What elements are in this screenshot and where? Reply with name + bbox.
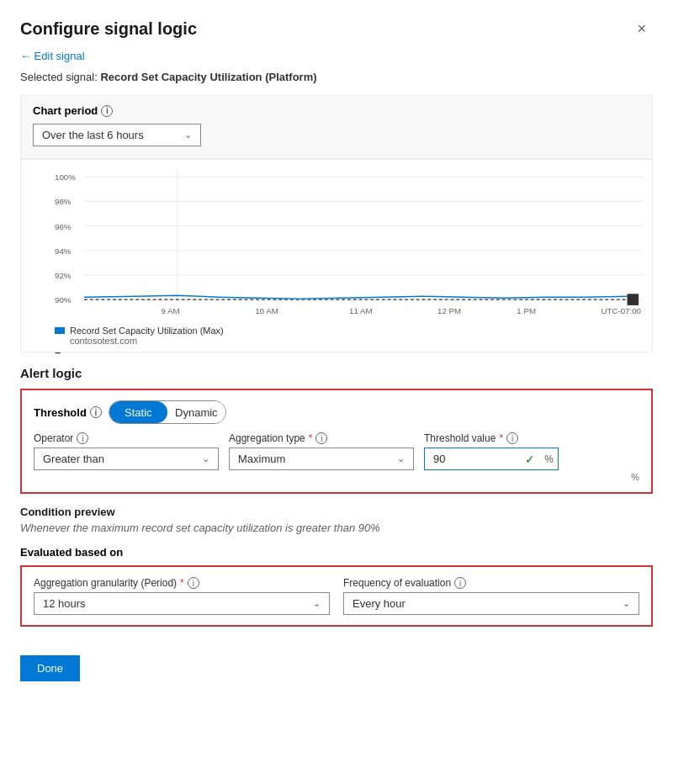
evaluated-title: Evaluated based on [20, 546, 653, 559]
frequency-info-icon[interactable]: i [454, 577, 466, 589]
selected-signal-value: Record Set Capacity Utilization (Platfor… [100, 71, 316, 83]
aggregation-info-icon[interactable]: i [315, 432, 327, 444]
legend-color-bar [55, 327, 65, 334]
svg-text:92%: 92% [55, 271, 72, 280]
aggregation-granularity-value: 12 hours [43, 597, 86, 610]
svg-text:9 AM: 9 AM [161, 306, 179, 315]
chart-period-info-icon[interactable]: i [101, 105, 113, 117]
aggregation-granularity-field: Aggregation granularity (Period) * i 12 … [34, 577, 330, 615]
evaluated-fields-row: Aggregation granularity (Period) * i 12 … [34, 577, 639, 615]
threshold-info-icon[interactable]: i [90, 406, 102, 418]
aggregation-granularity-label: Aggregation granularity (Period) * i [34, 577, 330, 589]
chart-period-label: Chart period i [33, 104, 640, 117]
condition-preview-text: Whenever the maximum record set capacity… [20, 522, 653, 534]
granularity-info-icon[interactable]: i [188, 577, 199, 589]
threshold-value-label: Threshold value * i [424, 432, 559, 444]
threshold-required-star: * [499, 432, 503, 444]
frequency-dropdown[interactable]: Every hour ⌄ [343, 592, 639, 615]
edit-signal-link[interactable]: ← Edit signal [20, 50, 85, 62]
svg-text:12 PM: 12 PM [437, 306, 461, 315]
svg-text:90%: 90% [55, 295, 72, 305]
svg-text:96%: 96% [55, 222, 72, 231]
frequency-field: Frequency of evaluation i Every hour ⌄ [343, 577, 639, 615]
fields-row: Operator i Greater than ⌄ Aggregation ty… [34, 432, 639, 470]
aggregation-chevron-icon: ⌄ [397, 453, 405, 464]
evaluated-section: Evaluated based on Aggregation granulari… [20, 546, 653, 627]
svg-text:10 AM: 10 AM [255, 306, 278, 315]
chevron-down-icon: ⌄ [184, 130, 192, 140]
dynamic-toggle-button[interactable]: Dynamic [167, 401, 225, 423]
svg-text:94%: 94% [55, 246, 72, 256]
svg-text:100%: 100% [55, 172, 76, 182]
frequency-chevron-icon: ⌄ [623, 598, 630, 609]
legend-dash-line: -- [55, 346, 644, 359]
legend-text-2: contosotest.com [55, 336, 644, 346]
granularity-required-star: * [180, 577, 184, 589]
modal-title: Configure signal logic [20, 19, 197, 39]
aggregation-required-star: * [309, 432, 313, 444]
aggregation-type-label: Aggregation type * i [229, 432, 414, 444]
operator-chevron-icon: ⌄ [202, 453, 209, 464]
frequency-value: Every hour [352, 597, 405, 610]
operator-value: Greater than [43, 453, 104, 465]
legend-item-1: Record Set Capacity Utilization (Max) [55, 326, 644, 336]
threshold-label: Threshold i [34, 406, 102, 419]
chart-svg: 100% 98% 96% 94% 92% 90% 9 AM 10 AM 11 A… [55, 168, 644, 320]
svg-text:1 PM: 1 PM [517, 306, 536, 315]
selected-signal-prefix: Selected signal: [20, 71, 98, 83]
svg-rect-20 [628, 294, 639, 305]
percent-icon: % [544, 453, 554, 465]
modal-container: Configure signal logic × ← Edit signal S… [0, 0, 673, 784]
threshold-row: Threshold i Static Dynamic [34, 400, 639, 424]
alert-logic-section: Alert logic Threshold i Static Dynamic [20, 366, 653, 627]
aggregation-type-dropdown[interactable]: Maximum ⌄ [229, 448, 414, 470]
aggregation-type-field-group: Aggregation type * i Maximum ⌄ [229, 432, 414, 470]
legend-dashes: -- [55, 346, 59, 359]
threshold-toggle-group: Static Dynamic [109, 400, 226, 424]
operator-dropdown[interactable]: Greater than ⌄ [34, 448, 219, 470]
modal-header: Configure signal logic × [20, 17, 653, 41]
evaluated-box: Aggregation granularity (Period) * i 12 … [20, 565, 653, 627]
threshold-value-field-group: Threshold value * i ✓ % [424, 432, 559, 470]
operator-label: Operator i [34, 432, 219, 444]
threshold-box: Threshold i Static Dynamic Operator i [20, 389, 653, 494]
close-button[interactable]: × [630, 17, 653, 41]
selected-signal-row: Selected signal: Record Set Capacity Uti… [20, 71, 653, 83]
percent-label: % [34, 472, 639, 482]
check-icon: ✓ [525, 453, 535, 466]
chart-period-value: Over the last 6 hours [42, 129, 144, 141]
aggregation-type-value: Maximum [238, 453, 285, 465]
chart-legend: Record Set Capacity Utilization (Max) co… [55, 326, 644, 359]
edit-signal-label: ← Edit signal [20, 50, 85, 62]
svg-text:11 AM: 11 AM [349, 306, 373, 315]
granularity-chevron-icon: ⌄ [313, 598, 321, 609]
alert-logic-title: Alert logic [20, 366, 653, 380]
static-toggle-button[interactable]: Static [109, 401, 167, 423]
chart-area: 100% 98% 96% 94% 92% 90% 9 AM 10 AM 11 A… [20, 159, 653, 352]
operator-field-group: Operator i Greater than ⌄ [34, 432, 219, 470]
chart-period-dropdown[interactable]: Over the last 6 hours ⌄ [33, 124, 201, 146]
done-button[interactable]: Done [20, 655, 80, 681]
threshold-value-wrapper: ✓ % [424, 448, 559, 470]
threshold-value-input[interactable] [424, 448, 559, 470]
operator-info-icon[interactable]: i [77, 432, 88, 444]
legend-text-1: Record Set Capacity Utilization (Max) [70, 326, 224, 336]
condition-preview-title: Condition preview [20, 506, 653, 518]
frequency-label: Frequency of evaluation i [343, 577, 639, 589]
chart-period-section: Chart period i Over the last 6 hours ⌄ [20, 95, 653, 159]
svg-text:UTC-07:00: UTC-07:00 [601, 306, 641, 315]
threshold-value-info-icon[interactable]: i [506, 432, 518, 444]
svg-text:98%: 98% [55, 197, 72, 206]
aggregation-granularity-dropdown[interactable]: 12 hours ⌄ [34, 592, 330, 615]
condition-preview-section: Condition preview Whenever the maximum r… [20, 506, 653, 534]
